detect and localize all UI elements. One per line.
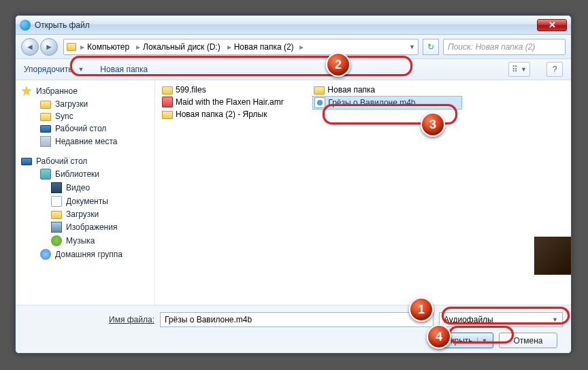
preview-thumbnail [534,237,572,275]
toolbar: Упорядочить▼ Новая папка ⠿▼ ? [16,59,571,80]
sidebar-desktop[interactable]: Рабочий стол [16,122,154,135]
folder-icon [162,86,173,95]
file-item-selected[interactable]: Грёзы о Вавилоне.m4b [312,96,462,110]
help-button[interactable]: ? [546,62,563,77]
nav-buttons: ◄ ► [21,38,59,56]
monitor-icon [21,158,32,165]
sidebar-pics[interactable]: Изображения [16,220,154,234]
sidebar-video[interactable]: Видео [16,181,154,195]
sidebar-downloads[interactable]: Загрузки [16,98,154,110]
image-icon [51,222,62,233]
sidebar-favorites[interactable]: Избранное [16,84,154,98]
file-item[interactable]: Maid with the Flaxen Hair.amr [161,96,310,108]
folder-icon [40,113,51,121]
search-placeholder: Поиск: Новая папка (2) [448,42,535,52]
breadcrumb-1[interactable]: Локальный диск (D:) [143,42,220,52]
open-button[interactable]: Открыть▼ [435,333,493,348]
new-folder-button[interactable]: Новая папка [100,65,148,74]
sidebar-sync[interactable]: Sync [16,110,154,122]
library-icon [40,169,51,180]
folder-icon [67,43,76,51]
breadcrumb-0[interactable]: Компьютер [87,42,129,52]
address-dropdown-icon[interactable]: ▼ [409,44,415,50]
back-button[interactable]: ◄ [21,38,39,56]
app-icon [20,20,31,31]
titlebar: Открыть файл ✕ [16,16,571,35]
breadcrumb-2[interactable]: Новая папка (2) [234,42,294,52]
star-icon [21,86,32,97]
sidebar-recent[interactable]: Недавние места [16,135,154,148]
nav-row: ◄ ► ▸Компьютер ▸Локальный диск (D:) ▸Нов… [16,35,571,59]
sidebar-music[interactable]: Музыка [16,234,154,248]
sidebar-desktop2[interactable]: Рабочий стол [16,155,154,167]
homegroup-icon [40,249,51,260]
sidebar-docs[interactable]: Документы [16,195,154,208]
file-item[interactable]: Новая папка [312,84,462,95]
view-mode-button[interactable]: ⠿▼ [508,62,530,77]
open-file-dialog: Открыть файл ✕ ◄ ► ▸Компьютер ▸Локальный… [15,15,572,354]
cancel-button[interactable]: Отмена [499,333,557,348]
audio-icon [162,97,173,107]
refresh-button[interactable]: ↻ [423,39,439,55]
file-item[interactable]: Новая папка (2) - Ярлык [161,109,310,120]
film-icon [51,182,62,193]
file-list[interactable]: 599.files Maid with the Flaxen Hair.amr … [155,80,571,305]
close-button[interactable]: ✕ [537,19,567,31]
music-icon [51,235,62,246]
folder-icon [314,86,325,95]
monitor-icon [40,125,51,133]
sidebar-homegroup[interactable]: Домашняя группа [16,248,154,261]
folder-icon [51,211,62,219]
file-item[interactable]: 599.files [161,84,310,95]
folder-icon [40,101,51,109]
body: Избранное Загрузки Sync Рабочий стол Нед… [16,80,571,305]
filetype-dropdown[interactable]: Аудиофайлы▼ [439,312,563,327]
shortcut-icon [162,111,173,119]
address-bar[interactable]: ▸Компьютер ▸Локальный диск (D:) ▸Новая п… [63,39,419,55]
organize-menu[interactable]: Упорядочить▼ [24,65,84,74]
sidebar: Избранное Загрузки Sync Рабочий стол Нед… [16,80,155,305]
search-input[interactable]: Поиск: Новая папка (2) [443,39,566,55]
filename-input[interactable]: Грёзы о Вавилоне.m4b▼ [160,312,434,327]
filename-label: Имя файла: [24,315,154,324]
sidebar-downloads2[interactable]: Загрузки [16,208,154,220]
audio-file-icon [314,97,325,108]
window-title: Открыть файл [35,20,90,30]
forward-button[interactable]: ► [40,38,58,56]
bottom-bar: Имя файла: Грёзы о Вавилоне.m4b▼ Аудиофа… [16,305,571,354]
document-icon [51,196,62,207]
recent-icon [40,136,51,147]
sidebar-libraries[interactable]: Библиотеки [16,167,154,181]
